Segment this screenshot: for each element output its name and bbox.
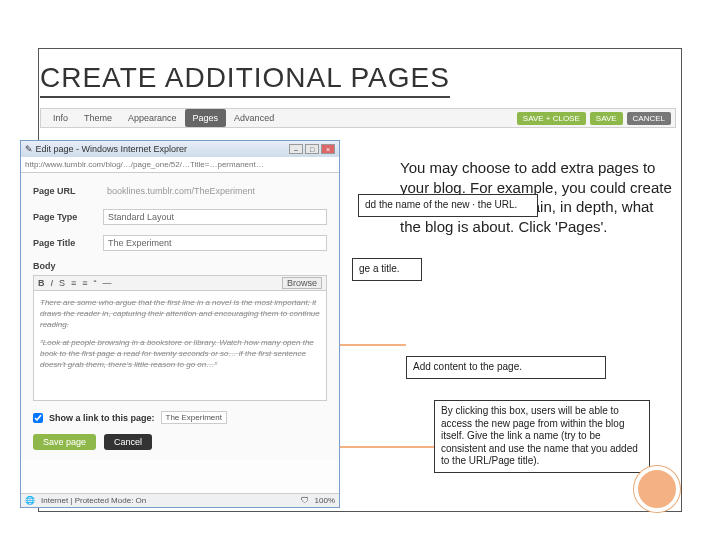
tab-theme[interactable]: Theme [76,109,120,127]
page-url-value[interactable]: booklines.tumblr.com/TheExperiment [103,183,327,199]
annotation-title: ge a title. [352,258,422,281]
editor-toolbar: B I S ≡ ≡ “ — Browse [33,275,327,291]
browse-button[interactable]: Browse [282,277,322,289]
body-p2: "Look at people browsing in a bookstore … [40,337,320,371]
close-button[interactable]: × [321,144,335,154]
browser-titlebar: ✎ Edit page - Windows Internet Explorer … [21,141,339,157]
tab-appearance[interactable]: Appearance [120,109,185,127]
browser-window: ✎ Edit page - Windows Internet Explorer … [20,140,340,508]
cancel-button[interactable]: CANCEL [627,112,671,125]
settings-toolbar: Info Theme Appearance Pages Advanced SAV… [40,108,676,128]
minimize-button[interactable]: – [289,144,303,154]
annotation-url: dd the name of the new · the URL. [358,194,538,217]
protected-icon: 🛡 [301,496,309,505]
list-button[interactable]: ≡ [71,278,76,288]
page-type-select[interactable]: Standard Layout [103,209,327,225]
save-close-button[interactable]: SAVE + CLOSE [517,112,586,125]
quote-button[interactable]: “ [94,278,97,288]
zoom-level: 100% [315,496,335,505]
show-link-input[interactable]: The Experiment [161,411,227,424]
status-text: Internet | Protected Mode: On [41,496,146,505]
maximize-button[interactable]: □ [305,144,319,154]
status-bar: 🌐 Internet | Protected Mode: On 🛡 100% [21,493,339,507]
body-editor[interactable]: There are some who argue that the first … [33,291,327,401]
page-title: CREATE ADDITIONAL PAGES [40,62,450,98]
favicon-icon: ✎ [25,144,33,154]
body-p1: There are some who argue that the first … [40,297,320,331]
page-type-label: Page Type [33,212,103,222]
cancel-page-button[interactable]: Cancel [104,434,152,450]
address-bar[interactable]: http://www.tumblr.com/blog/…/page_one/52… [21,157,339,173]
connector-line [340,344,406,346]
tab-pages[interactable]: Pages [185,109,227,127]
italic-button[interactable]: I [51,278,54,288]
globe-icon: 🌐 [25,496,35,505]
page-title-input[interactable]: The Experiment [103,235,327,251]
save-button[interactable]: SAVE [590,112,623,125]
hr-button[interactable]: — [103,278,112,288]
connector-line [340,446,434,448]
body-label: Body [33,261,327,271]
bold-button[interactable]: B [38,278,45,288]
decorative-circle [634,466,680,512]
annotation-content: Add content to the page. [406,356,606,379]
show-link-checkbox[interactable] [33,413,43,423]
show-link-label: Show a link to this page: [49,413,155,423]
save-page-button[interactable]: Save page [33,434,96,450]
strike-button[interactable]: S [59,278,65,288]
address-text: http://www.tumblr.com/blog/…/page_one/52… [25,160,264,169]
page-url-label: Page URL [33,186,103,196]
window-title: Edit page - Windows Internet Explorer [36,144,188,154]
tab-advanced[interactable]: Advanced [226,109,282,127]
annotation-showlink: By clicking this box, users will be able… [434,400,650,473]
page-title-label: Page Title [33,238,103,248]
tab-info[interactable]: Info [45,109,76,127]
list2-button[interactable]: ≡ [82,278,87,288]
